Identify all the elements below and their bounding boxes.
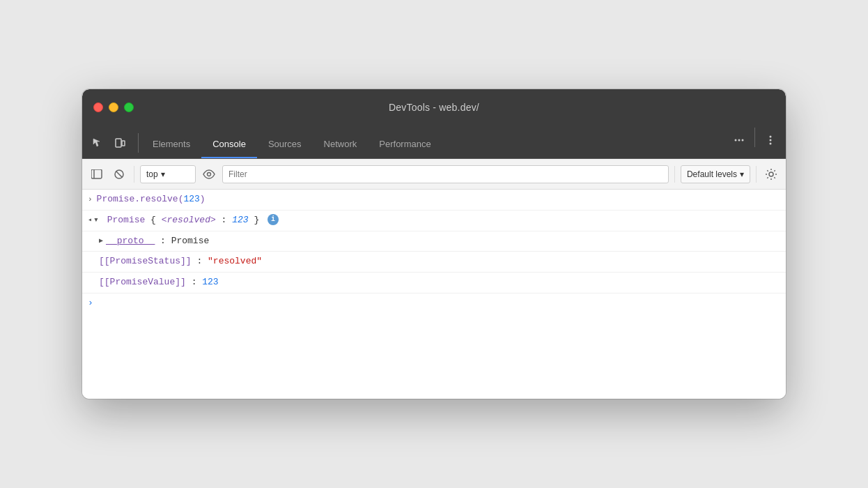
tab-performance[interactable]: Performance [368,130,442,158]
log-levels-dropdown[interactable]: Default levels ▾ [681,165,750,183]
clear-console-button[interactable] [110,165,128,183]
value-separator: : [192,277,203,287]
promise-value: 123 [232,215,248,225]
console-body: › Promise.resolve(123) ◂ ▾ Promise { <re… [82,190,786,399]
promise-status-key: [[PromiseStatus]] [99,256,192,266]
more-options-icon[interactable] [761,130,780,150]
promise-key: <resolved> [162,215,216,225]
console-input-line: › [82,293,786,313]
svg-point-6 [770,139,772,142]
devtools-window: DevTools - web.dev/ Elements Consol [82,89,786,399]
svg-rect-0 [116,139,121,147]
tab-console[interactable]: Console [201,130,257,158]
traffic-lights [93,102,134,112]
settings-button[interactable] [762,165,780,183]
levels-arrow: ▾ [740,169,744,179]
title-bar: DevTools - web.dev/ [82,89,786,125]
window-title: DevTools - web.dev/ [389,102,479,113]
eye-icon[interactable] [200,165,218,183]
proto-expand-arrow[interactable]: ▶ [99,234,103,246]
svg-rect-8 [91,169,102,178]
device-toolbar-icon[interactable] [110,133,130,153]
proto-line: __proto__ : Promise [106,234,780,249]
entry-arrow-call[interactable]: › [88,192,93,206]
more-tabs-icon[interactable] [729,130,749,150]
toolbar-separator-3 [756,166,757,183]
tab-network[interactable]: Network [313,130,369,158]
proto-colon: : Promise [160,236,209,246]
promise-brace-close: } [254,215,259,225]
filter-input[interactable] [222,165,669,183]
expand-triangle[interactable]: ▾ [93,215,99,225]
promise-resolve-arg: 123 [183,194,199,204]
svg-rect-1 [122,141,125,146]
info-badge[interactable]: i [268,214,279,225]
promise-brace-open: { [150,215,156,225]
sidebar-toggle-button[interactable] [88,165,106,183]
console-entry-value: [[PromiseValue]] : 123 [82,273,786,293]
svg-point-5 [770,136,772,138]
inspect-element-icon[interactable] [88,133,107,153]
console-prompt: › [88,296,93,310]
tab-bar-right-divider [754,128,755,147]
console-toolbar: top ▾ Default levels ▾ [82,159,786,190]
console-entry-proto: ▶ __proto__ : Promise [82,231,786,252]
levels-label: Default levels [687,169,737,179]
proto-key[interactable]: __proto__ [106,236,155,246]
console-entry-promise-obj: ◂ ▾ Promise { <resolved> : 123 } i [82,211,786,231]
console-cursor[interactable] [98,296,780,310]
tab-bar: Elements Console Sources Network Perform… [82,125,786,159]
back-arrow[interactable]: ◂ [88,213,92,225]
status-line: [[PromiseStatus]] : "resolved" [99,254,780,269]
tab-bar-divider [138,133,139,153]
svg-point-7 [770,143,772,145]
toolbar-separator-2 [674,166,675,183]
promise-type: Promise [107,215,150,225]
svg-point-3 [738,139,741,142]
status-separator: : [196,256,208,266]
promise-colon: : [222,215,233,225]
context-value: top [146,169,158,179]
svg-point-4 [742,139,744,142]
value-line: [[PromiseValue]] : 123 [99,275,780,290]
maximize-button[interactable] [124,102,134,112]
context-arrow: ▾ [161,169,165,179]
close-button[interactable] [93,102,103,112]
tab-bar-left-icons [88,133,130,158]
svg-point-13 [769,172,773,176]
svg-line-11 [116,171,123,177]
promise-status-val: "resolved" [208,256,262,266]
tabs-container: Elements Console Sources Network Perform… [141,130,724,158]
console-line-call: Promise.resolve(123) [97,192,780,207]
promise-resolve-close: ) [200,194,206,204]
console-entry-status: [[PromiseStatus]] : "resolved" [82,252,786,273]
toolbar-separator-1 [134,166,134,183]
tab-elements[interactable]: Elements [141,130,201,158]
promise-resolve-text: Promise.resolve( [97,194,184,204]
tab-bar-right-icons [729,128,780,158]
promise-value-key: [[PromiseValue]] [99,277,186,287]
minimize-button[interactable] [109,102,118,112]
promise-obj-line: ▾ Promise { <resolved> : 123 } i [93,213,780,228]
promise-value-num: 123 [202,277,218,287]
console-entry-call: › Promise.resolve(123) [82,190,786,211]
context-selector[interactable]: top ▾ [140,165,196,183]
tab-sources[interactable]: Sources [257,130,313,158]
svg-point-12 [208,172,211,176]
svg-point-2 [735,139,737,142]
